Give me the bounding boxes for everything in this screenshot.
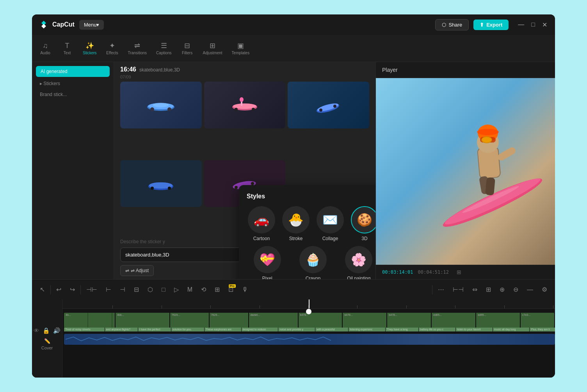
tl-edit-icon[interactable]: ✏️: [44, 338, 50, 344]
film-track: 4b... 4bb... 7629... 7629... daniel... b…: [64, 313, 555, 331]
style-item-collage[interactable]: ✉️ Collage: [315, 206, 345, 241]
text-seg-1: Tired of noisy streets: [64, 328, 105, 331]
player-icons: ⊞: [457, 269, 461, 275]
copy-paste[interactable]: ⊞: [483, 283, 494, 296]
add-to-timeline[interactable]: ⊕: [496, 283, 508, 296]
split-tool[interactable]: ⊣⊢: [83, 283, 100, 296]
undo-button[interactable]: ↩: [53, 283, 64, 296]
shape-tool[interactable]: ⬡: [144, 283, 156, 296]
maximize-button[interactable]: □: [530, 20, 537, 30]
zoom-slider[interactable]: —: [524, 284, 536, 296]
film-segment-2[interactable]: 4bb...: [116, 313, 170, 328]
sidebar-tab-stickers[interactable]: ▸ Stickers: [36, 79, 110, 88]
tl-audio-icon[interactable]: 🔊: [53, 327, 60, 334]
effects-label: Effects: [106, 51, 118, 55]
sidebar-tab-ai-generated[interactable]: AI generated: [36, 66, 110, 77]
trim-end[interactable]: ⊣: [117, 283, 128, 296]
film-segment-6[interactable]: b478...: [299, 313, 343, 328]
svg-point-14: [333, 105, 336, 108]
svg-rect-32: [496, 146, 517, 162]
center-panel: 16:46 skateboard,blue,3D 07/09: [114, 62, 375, 279]
link-clips[interactable]: ⇔: [469, 283, 480, 296]
share-icon: ⬡: [442, 22, 446, 28]
tl-eye-icon[interactable]: 👁: [34, 327, 39, 334]
crop-tool[interactable]: □: [158, 284, 169, 296]
film-segment-10[interactable]: ed65...: [476, 313, 521, 328]
tl-lock-icon[interactable]: 🔒: [43, 327, 50, 334]
toolbar-item-transitions[interactable]: ⇌ Transitions: [124, 39, 151, 57]
mic-button[interactable]: 🎙: [239, 284, 251, 296]
logo-icon: [38, 19, 49, 30]
svg-point-2: [150, 107, 154, 111]
toolbar-item-captions[interactable]: ☰ Captions: [152, 39, 175, 57]
text-seg-6: designed to reduce: [242, 328, 279, 331]
film-segment-8[interactable]: b478...: [387, 313, 432, 328]
style-item-pixel[interactable]: 💝 Pixel: [247, 246, 288, 279]
style-item-crayon[interactable]: 🧁 Crayon: [292, 246, 333, 279]
export-button[interactable]: ⬆ Export: [473, 20, 509, 30]
film-segment-3[interactable]: 7629...: [170, 313, 210, 328]
minimize-button[interactable]: —: [516, 20, 526, 30]
playhead-head[interactable]: [306, 309, 311, 314]
trim-start[interactable]: ⊢: [103, 283, 114, 296]
share-button[interactable]: ⬡ Share: [435, 19, 469, 30]
film-segment-5[interactable]: daniel...: [249, 313, 299, 328]
delete-tool[interactable]: ⊟: [131, 283, 142, 296]
cartoon-icon: 🚗: [254, 212, 269, 227]
adjust-button[interactable]: ⇌ ⇌ Adjust: [120, 265, 154, 276]
mirror-tool[interactable]: M: [184, 284, 196, 296]
toolbar-item-filters[interactable]: ⊟ Filters: [177, 39, 197, 57]
text-seg-8: with a peaceful: [315, 328, 349, 331]
film-segment-11[interactable]: c7e3...: [521, 313, 555, 328]
film-segment-7[interactable]: b478...: [343, 313, 387, 328]
styles-popup: Styles 🚗 Cartoon 🐣 Stroke: [239, 185, 375, 279]
title-bar-right: ⬡ Share ⬆ Export — □ ✕: [435, 19, 549, 30]
style-item-3d[interactable]: 🍪 3D ▶: [350, 206, 375, 241]
text-seg-2: and airplane flights?: [105, 328, 138, 331]
oil-painting-icon-wrap: 🌸: [345, 246, 372, 273]
split-at-playhead[interactable]: ⋯: [435, 283, 447, 296]
grid-tool[interactable]: ⊞: [212, 283, 223, 296]
cartoon-icon-wrap: 🚗: [248, 206, 275, 233]
sidebar-tab-brand[interactable]: Brand stick...: [36, 90, 110, 99]
film-segment-1[interactable]: 4b...: [64, 313, 116, 328]
pip-tool[interactable]: ⊡ Pro: [225, 283, 237, 296]
select-tool[interactable]: ↖: [37, 283, 48, 296]
style-item-oil-painting[interactable]: 🌸 Oil painting: [338, 246, 375, 279]
templates-label: Templates: [232, 51, 250, 55]
redo-button[interactable]: ↪: [67, 283, 78, 296]
text-seg-3: I have the perfect: [138, 328, 171, 331]
settings-button[interactable]: ⚙: [539, 283, 550, 296]
crayon-icon-wrap: 🧁: [299, 246, 327, 273]
menu-button[interactable]: Menu▾: [79, 20, 104, 30]
toolbar-item-adjustment[interactable]: ⊞ Adjustment: [199, 39, 226, 57]
sticker-cell-1[interactable]: [120, 82, 202, 128]
play-button[interactable]: ▷: [171, 283, 182, 296]
trim-split[interactable]: ⊢⊣: [450, 283, 467, 296]
toolbar-item-effects[interactable]: ✦ Effects: [102, 39, 123, 57]
sticker-cell-2[interactable]: [204, 82, 286, 128]
toolbar-item-stickers[interactable]: ✨ Stickers: [79, 39, 101, 57]
adjustment-label: Adjustment: [203, 51, 222, 55]
player-video: [376, 78, 555, 265]
text-seg-13: music all day long: [493, 328, 530, 331]
style-item-stroke[interactable]: 🐣 Stroke: [281, 206, 311, 241]
toolbar-item-templates[interactable]: ▣ Templates: [228, 39, 254, 57]
toolbar-item-text[interactable]: T Text: [57, 39, 77, 57]
grid-view-icon[interactable]: ⊞: [457, 269, 461, 275]
current-time: 00:03:14:01: [382, 269, 413, 275]
pro-badge: Pro: [229, 284, 236, 288]
close-button[interactable]: ✕: [541, 20, 549, 30]
sticker-query: skateboard,blue,3D: [139, 67, 180, 73]
rotate-tool[interactable]: ⟲: [198, 283, 209, 296]
sticker-cell-4[interactable]: [120, 160, 202, 207]
bottom-toolbar: ↖ ↩ ↪ ⊣⊢ ⊢ ⊣ ⊟ ⬡ □ ▷ M ⟲ ⊞ ⊡ Pro 🎙 ⋯ ⊢⊣ …: [32, 279, 555, 299]
zoom-out[interactable]: ⊖: [510, 283, 521, 296]
audio-icon: ♫: [43, 42, 48, 50]
timeline-main: 4b... 4bb... 7629... 7629... daniel... b…: [62, 299, 555, 378]
sticker-cell-3[interactable]: [288, 82, 369, 128]
film-segment-4[interactable]: 7629...: [210, 313, 249, 328]
film-segment-9[interactable]: ed65...: [432, 313, 476, 328]
toolbar-item-audio[interactable]: ♫ Audio: [35, 39, 55, 57]
style-item-cartoon[interactable]: 🚗 Cartoon: [247, 206, 276, 241]
